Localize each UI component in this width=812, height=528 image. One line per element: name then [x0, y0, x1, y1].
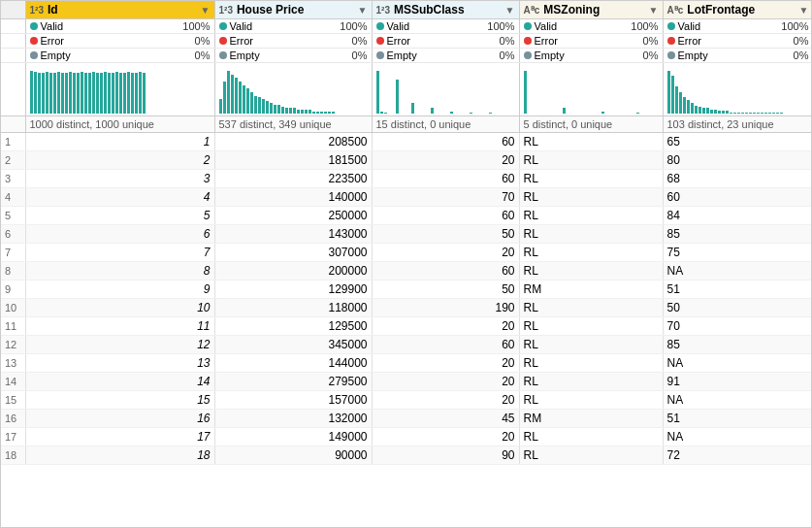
bar [726, 111, 729, 114]
col-header-ms[interactable]: 1²3 MSSubClass ▼ [372, 1, 519, 19]
stat-label-1 [1, 34, 25, 49]
col-header-id[interactable]: 1²3 Id ▼ [25, 1, 214, 19]
bar [246, 88, 249, 114]
cell-id-11: 11 [25, 317, 214, 336]
bar [730, 113, 732, 114]
cell-id-5: 5 [25, 207, 214, 225]
stat-name-0-hp: Valid [230, 20, 253, 32]
table-row: 3322350060RL68 [1, 170, 812, 188]
stat-name-1-lf: Error [678, 35, 701, 47]
row-number-6: 6 [1, 225, 25, 244]
bar [88, 73, 91, 114]
row-number-1: 1 [1, 133, 25, 151]
cell-mz-5: RL [519, 207, 663, 225]
col-dropdown-ms[interactable]: ▼ [505, 5, 515, 16]
row-number-10: 10 [1, 299, 25, 317]
cell-lf-10: 50 [663, 299, 812, 317]
bar [563, 108, 566, 114]
bar [270, 103, 273, 114]
stat-name-0-ms: Valid [387, 20, 410, 32]
cell-lf-12: 85 [663, 336, 812, 354]
col-header-mz[interactable]: Aᴮc MSZoning ▼ [519, 1, 663, 19]
bar [143, 73, 146, 114]
cell-hp-16: 132000 [214, 410, 372, 428]
distinct-lf: 103 distinct, 23 unique [663, 116, 812, 133]
bar [139, 72, 142, 114]
cell-ms-6: 50 [372, 225, 519, 244]
col-dropdown-lf[interactable]: ▼ [799, 5, 809, 16]
cell-ms-1: 60 [372, 133, 519, 151]
bar [250, 92, 253, 114]
stat-valid-id: Valid 100% [25, 19, 214, 34]
cell-id-15: 15 [25, 391, 214, 410]
cell-mz-18: RL [519, 446, 663, 465]
bar [227, 71, 230, 114]
stat-pct-1-ms: 0% [500, 35, 515, 47]
bar [42, 73, 45, 114]
bar [768, 113, 771, 114]
bar [281, 107, 284, 114]
stat-pct-2-lf: 0% [794, 50, 809, 61]
col-header-lf[interactable]: Aᴮc LotFrontage ▼ [663, 1, 812, 19]
bar [376, 71, 379, 114]
col-dropdown-mz[interactable]: ▼ [649, 5, 659, 16]
bar [722, 111, 725, 114]
bar [254, 96, 257, 114]
stat-valid-hp: Valid 100% [214, 19, 372, 34]
col-header-hp[interactable]: 1²3 House Price ▼ [214, 1, 372, 19]
cell-lf-7: 75 [663, 244, 812, 262]
stat-empty-mz: Empty 0% [519, 49, 663, 63]
stat-empty-lf: Empty 0% [663, 49, 812, 63]
col-dropdown-hp[interactable]: ▼ [358, 5, 368, 16]
cell-ms-7: 20 [372, 244, 519, 262]
bar [81, 72, 83, 114]
bar [320, 112, 323, 114]
cell-id-8: 8 [25, 262, 214, 280]
table-row: 161613200045RM51 [1, 410, 812, 428]
table-row: 151515700020RLNA [1, 391, 812, 410]
stat-pct-1-mz: 0% [643, 35, 659, 47]
bar [601, 112, 604, 114]
cell-mz-4: RL [519, 188, 663, 207]
bar [524, 71, 527, 114]
cell-hp-17: 149000 [214, 428, 372, 446]
cell-hp-10: 118000 [214, 299, 372, 317]
cell-lf-4: 60 [663, 188, 812, 207]
bar [243, 85, 245, 114]
histogram-id [25, 63, 214, 116]
bar [753, 113, 756, 114]
bar [741, 113, 744, 114]
table-row: 131314400020RLNA [1, 354, 812, 373]
bar [235, 78, 238, 114]
stat-name-0-lf: Valid [678, 20, 701, 32]
cell-mz-9: RM [519, 280, 663, 299]
bar [239, 82, 242, 114]
bar [119, 73, 122, 114]
bar [127, 72, 130, 114]
bar [737, 113, 740, 114]
stat-valid-ms: Valid 100% [372, 19, 519, 34]
bar [683, 97, 686, 114]
col-dropdown-id[interactable]: ▼ [201, 5, 211, 16]
bar [223, 82, 226, 114]
cell-ms-3: 60 [372, 170, 519, 188]
bar [53, 73, 56, 114]
bar [384, 113, 387, 114]
dot-empty-id [30, 51, 38, 59]
stat-empty-ms: Empty 0% [372, 49, 519, 63]
cell-id-16: 16 [25, 410, 214, 428]
bar [131, 73, 134, 114]
cell-mz-15: RL [519, 391, 663, 410]
stat-pct-1-id: 0% [195, 35, 211, 47]
bar [780, 113, 783, 114]
bar [733, 113, 736, 114]
bar [691, 103, 694, 114]
bar [380, 112, 383, 114]
cell-id-17: 17 [25, 428, 214, 446]
cell-ms-13: 20 [372, 354, 519, 373]
cell-hp-9: 129900 [214, 280, 372, 299]
stat-pct-0-lf: 100% [781, 20, 808, 32]
bar [776, 113, 779, 114]
row-num-header [1, 1, 25, 19]
bar [431, 108, 434, 114]
